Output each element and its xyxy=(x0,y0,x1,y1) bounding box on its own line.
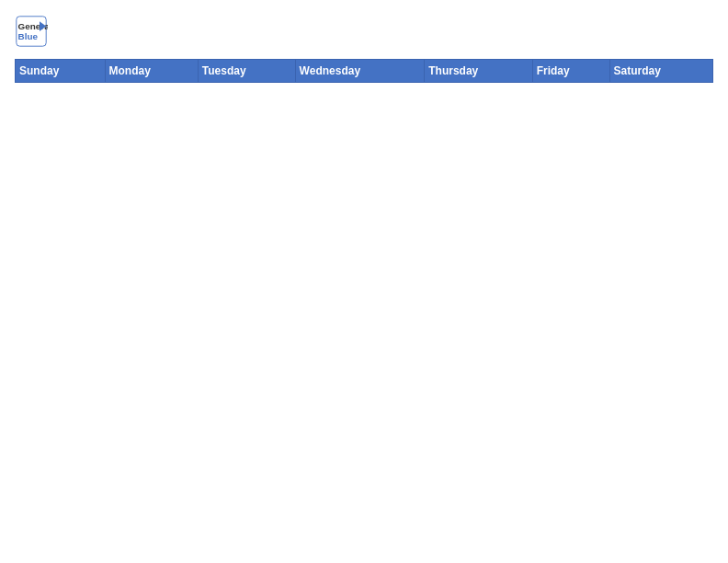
weekday-header-row: SundayMondayTuesdayWednesdayThursdayFrid… xyxy=(16,60,713,83)
weekday-header: Saturday xyxy=(609,60,713,83)
logo: General Blue xyxy=(15,15,53,48)
weekday-header: Tuesday xyxy=(198,60,295,83)
page-header: General Blue xyxy=(15,15,713,48)
logo-icon: General Blue xyxy=(15,15,48,48)
weekday-header: Monday xyxy=(105,60,198,83)
weekday-header: Wednesday xyxy=(295,60,425,83)
weekday-header: Friday xyxy=(532,60,609,83)
weekday-header: Sunday xyxy=(16,60,106,83)
svg-text:Blue: Blue xyxy=(18,31,39,41)
calendar: SundayMondayTuesdayWednesdayThursdayFrid… xyxy=(15,59,713,83)
weekday-header: Thursday xyxy=(425,60,532,83)
